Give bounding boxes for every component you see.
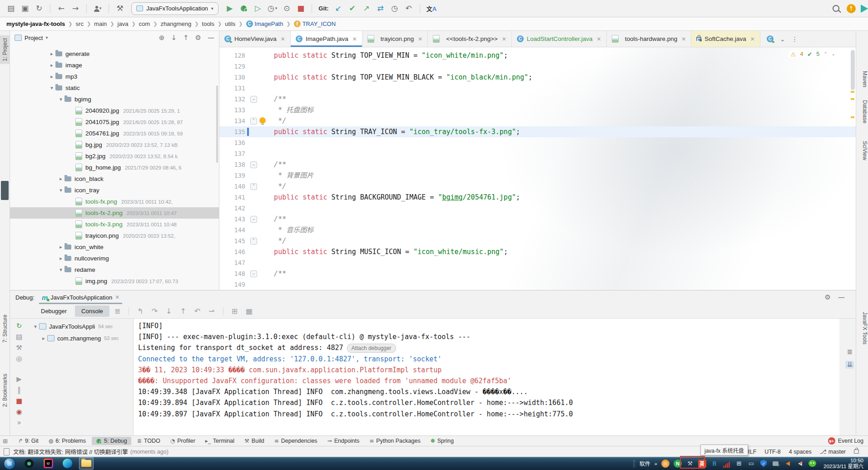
tree-chevron-icon[interactable]: ▸ xyxy=(40,336,47,341)
debug-tab-debugger[interactable]: Debugger xyxy=(35,305,73,317)
taskbar-app-edge[interactable] xyxy=(60,457,74,470)
soft-wrap-icon[interactable]: ≣ xyxy=(847,349,853,355)
taskbar-app-idea[interactable]: IJ xyxy=(41,457,55,470)
console-output[interactable]: [INFO][INFO] --- exec-maven-plugin:3.1.0… xyxy=(134,319,839,437)
debug-settings-gear-icon[interactable]: ⚙ xyxy=(825,294,831,301)
tree-chevron-icon[interactable]: ▸ xyxy=(57,256,64,261)
tool-window-button-git[interactable]: ↱9: Git xyxy=(14,437,43,445)
tree-chevron-icon[interactable]: ▸ xyxy=(48,63,55,68)
editor-tab[interactable]: trayicon.png✕ xyxy=(362,31,428,47)
running-class-icon[interactable]: C xyxy=(767,35,774,42)
taskbar-app-music[interactable] xyxy=(22,457,36,470)
code-line[interactable]: 144 * 音乐图标 xyxy=(219,225,856,235)
code-line[interactable]: 128 public static String TOP_VIEW_MIN = … xyxy=(219,50,856,61)
wrench-icon[interactable]: ⚒ xyxy=(16,345,22,351)
fold-marker-icon[interactable]: ⌄ xyxy=(250,96,257,103)
stop-icon[interactable]: ■ xyxy=(296,5,305,12)
close-tab-icon[interactable]: ✕ xyxy=(681,36,686,42)
tree-row[interactable]: bg.jpg2020/2/23 0023 13:52, 7.13 kB xyxy=(10,139,219,150)
code-line[interactable]: 145⌃ */ xyxy=(219,235,856,246)
tree-chevron-icon[interactable]: ▸ xyxy=(48,51,55,56)
settings-gear-icon[interactable]: ⚙ xyxy=(195,35,201,41)
fold-marker-icon[interactable]: ⌃ xyxy=(250,118,257,125)
stripe-item-project[interactable]: 1: Project xyxy=(0,35,10,64)
prev-problem-icon[interactable]: ⌃ xyxy=(823,52,827,56)
tray-volume-icon[interactable] xyxy=(784,460,792,468)
tool-window-button-debug[interactable]: 5: Debug xyxy=(92,437,131,445)
event-log-button[interactable]: 9+ Event Log xyxy=(828,437,863,445)
git-push-icon[interactable]: ↗ xyxy=(362,5,371,12)
editor-tab[interactable]: CHomeView.java✕ xyxy=(219,31,291,47)
tree-scrollbar[interactable] xyxy=(216,85,218,163)
fold-marker-icon[interactable]: ⌄ xyxy=(250,216,257,223)
step-over-icon[interactable]: ↷ xyxy=(152,308,158,315)
code-line[interactable]: 139 * 背景图片 xyxy=(219,170,856,181)
tray-label[interactable]: 软件 xyxy=(640,460,650,467)
tool-window-button-todo[interactable]: ≣TODO xyxy=(133,437,164,445)
git-rollback-icon[interactable]: ↶ xyxy=(404,5,413,12)
tray-shield-icon[interactable]: ✓ xyxy=(759,460,768,468)
build-mini-icon[interactable]: ▤ xyxy=(16,334,22,340)
stripe-item-database[interactable]: Database xyxy=(856,100,868,123)
collapse-all-icon[interactable]: ↑ xyxy=(183,35,189,41)
start-button[interactable]: ⊞ xyxy=(4,458,15,470)
tool-window-button-profiler[interactable]: ◔Profiler xyxy=(166,437,199,445)
attach-icon[interactable]: ⊙ xyxy=(282,5,291,12)
profile-icon[interactable]: ▾ xyxy=(93,6,102,11)
code-line[interactable]: 134⌃ */ xyxy=(219,115,856,126)
editor-tab[interactable]: CLoadStartController.java✕ xyxy=(512,31,607,47)
tree-chevron-icon[interactable]: ▸ xyxy=(57,245,64,250)
tree-row[interactable]: ▾redame xyxy=(10,264,219,275)
close-icon[interactable]: ✕ xyxy=(115,295,119,300)
tool-window-button-spring[interactable]: ✽Spring xyxy=(427,437,458,445)
code-line[interactable]: 149 xyxy=(219,279,856,290)
git-update-icon[interactable]: ↙ xyxy=(334,5,343,12)
code-line[interactable]: 130 public static String TOP_VIEW_MIN_BL… xyxy=(219,72,856,83)
scroll-to-end-icon[interactable]: ⇊ xyxy=(845,361,854,369)
git-history-icon[interactable]: ◷ xyxy=(390,5,399,12)
tree-chevron-icon[interactable]: ▾ xyxy=(57,267,64,272)
code-line[interactable]: 142 xyxy=(219,203,856,214)
tree-row[interactable]: tools-fx-3.png2023/3/11 0011 10:48 xyxy=(10,219,219,230)
tool-window-button-problems[interactable]: ◍6: Problems xyxy=(45,437,90,445)
code-line[interactable]: 131 xyxy=(219,83,856,94)
code-line[interactable]: 147 xyxy=(219,257,856,268)
update-orb-icon[interactable]: ↑ xyxy=(847,4,856,13)
code-line[interactable]: 133 * 托盘图标 xyxy=(219,105,856,115)
step-into-icon[interactable]: ↓ xyxy=(166,308,172,315)
code-line[interactable]: 141 public static String BACKGROUND_IMAG… xyxy=(219,192,856,203)
rerun-icon[interactable]: ↻ xyxy=(16,323,22,330)
view-layout-icon[interactable]: ≣ xyxy=(114,308,120,315)
taskbar-app-explorer[interactable] xyxy=(79,457,94,470)
status-widget-utf8[interactable]: UTF-8 xyxy=(764,449,780,455)
breadcrumb-item[interactable]: com xyxy=(139,20,150,27)
save-icon[interactable]: ▣ xyxy=(20,5,30,12)
tray-grip[interactable] xyxy=(633,460,635,468)
fold-marker-icon[interactable]: ⌃ xyxy=(250,238,257,245)
expand-all-icon[interactable]: ↓ xyxy=(171,35,177,41)
stripe-item-maven[interactable]: Maven xyxy=(856,71,868,87)
code-line[interactable]: 140⌃ */ xyxy=(219,181,856,192)
tray-wechat-icon[interactable] xyxy=(808,460,817,468)
breadcrumb-item[interactable]: utils xyxy=(225,20,235,27)
plugin-icon[interactable] xyxy=(861,5,868,13)
run-config-combo[interactable]: JavaFxToolsApplication▾ xyxy=(131,2,218,15)
tree-chevron-icon[interactable]: ▾ xyxy=(57,188,64,193)
tree-row[interactable]: tools-fx-2.png2023/3/11 0011 10:47 xyxy=(10,207,219,219)
inspections-widget[interactable]: ⚠4 ✔5 ⌃ ⌄ xyxy=(788,50,838,58)
tree-chevron-icon[interactable]: ▸ xyxy=(57,176,64,181)
search-icon[interactable] xyxy=(833,4,842,13)
code-line[interactable]: 132⌄ /** xyxy=(219,94,856,105)
status-widget-4spaces[interactable]: 4 spaces xyxy=(789,449,812,455)
editor-tab[interactable]: CImagePath.java✕ xyxy=(291,31,362,47)
back-icon[interactable]: ← xyxy=(57,5,66,12)
tray-panes-icon[interactable]: ⊞ xyxy=(735,460,743,468)
view-breakpoints-icon[interactable]: ◉ xyxy=(16,409,22,415)
tool-window-button-endpoints[interactable]: ⊸Endpoints xyxy=(323,437,364,445)
chevron-down-icon[interactable]: ⌄ xyxy=(780,36,785,42)
close-tab-icon[interactable]: ✕ xyxy=(597,36,601,42)
fold-marker-icon[interactable]: ⌄ xyxy=(250,270,257,277)
hide-panel-icon[interactable]: — xyxy=(208,35,214,41)
evaluate-expression-icon[interactable]: ⊞ xyxy=(232,308,238,315)
step-out-icon[interactable]: ↑ xyxy=(180,308,186,315)
